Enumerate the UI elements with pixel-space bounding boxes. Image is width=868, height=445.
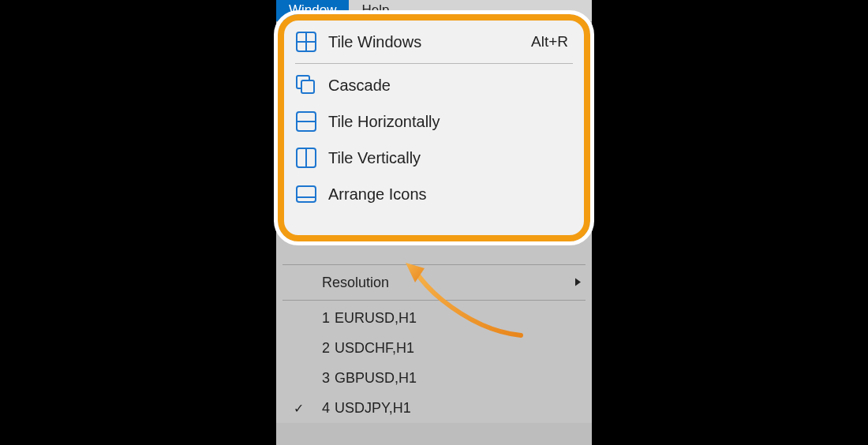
menu-item-window-3[interactable]: 3 GBPUSD,H1 <box>276 363 592 393</box>
window-number: 3 <box>322 370 330 387</box>
window-label: USDCHF,H1 <box>335 340 414 357</box>
menu-item-window-1[interactable]: 1 EURUSD,H1 <box>276 303 592 333</box>
menu-item-shortcut: Alt+R <box>531 33 568 50</box>
menu-item-window-2[interactable]: 2 USDCHF,H1 <box>276 333 592 363</box>
menu-item-window-4[interactable]: ✓ 4 USDJPY,H1 <box>276 393 592 423</box>
arrange-icons-icon <box>295 183 317 205</box>
menu-item-label: Tile Windows <box>328 33 421 51</box>
tile-vertically-icon <box>295 147 317 169</box>
menu-item-tile-vertically[interactable]: Tile Vertically <box>284 140 584 176</box>
dropdown-separator <box>282 264 586 265</box>
checkmark-icon: ✓ <box>294 401 304 416</box>
submenu-arrow-icon <box>574 275 582 291</box>
menu-item-resolution[interactable]: Resolution <box>276 267 592 297</box>
menu-item-label: Cascade <box>328 77 391 95</box>
dropdown-separator <box>295 63 573 64</box>
menu-item-label: Arrange Icons <box>328 185 427 204</box>
menu-item-label: Tile Vertically <box>328 149 421 167</box>
window-label: EURUSD,H1 <box>335 310 417 327</box>
cascade-icon <box>295 74 317 96</box>
window-label: USDJPY,H1 <box>335 400 411 417</box>
menu-item-label: Tile Horizontally <box>328 113 440 131</box>
highlight-callout: Tile Windows Alt+R Cascade Tile Horizont… <box>278 14 590 241</box>
window-number: 2 <box>322 340 330 357</box>
dropdown-separator <box>282 300 586 301</box>
svg-rect-9 <box>297 186 316 202</box>
svg-rect-4 <box>301 80 314 93</box>
tile-horizontally-icon <box>295 110 317 133</box>
tile-windows-icon <box>295 31 317 53</box>
menu-item-label: Resolution <box>322 275 389 291</box>
window-label: GBPUSD,H1 <box>335 370 417 387</box>
menu-item-arrange-icons[interactable]: Arrange Icons <box>284 176 584 212</box>
menu-item-cascade[interactable]: Cascade <box>284 67 584 103</box>
window-number: 1 <box>322 310 330 327</box>
window-number: 4 <box>322 400 330 417</box>
menu-item-tile-horizontally[interactable]: Tile Horizontally <box>284 103 584 140</box>
menu-item-tile-windows[interactable]: Tile Windows Alt+R <box>284 24 584 60</box>
